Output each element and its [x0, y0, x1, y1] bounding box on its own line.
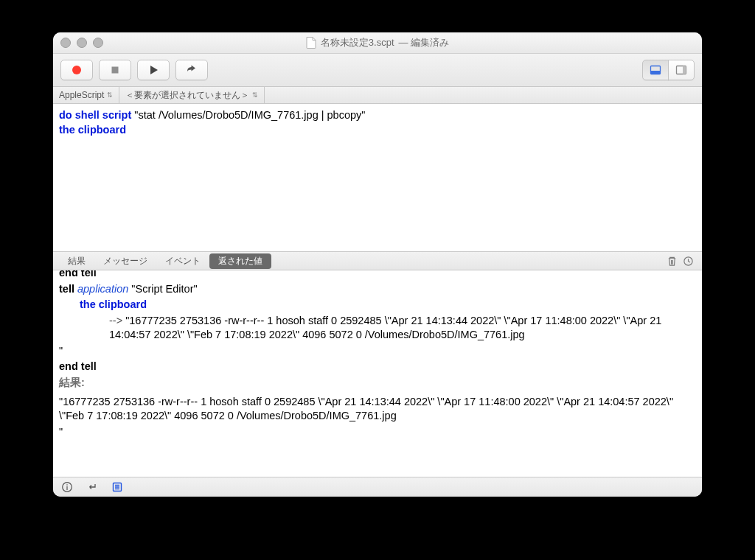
- show-bundle-button[interactable]: [668, 60, 695, 80]
- stop-button[interactable]: [99, 60, 131, 80]
- svg-rect-1: [112, 67, 119, 74]
- result-output: "16777235 2753136 -rw-r--r-- 1 hosoh sta…: [59, 395, 696, 424]
- result-label: 結果:: [59, 376, 696, 391]
- svg-rect-4: [651, 71, 661, 74]
- zoom-window-button[interactable]: [93, 38, 103, 48]
- log-line: end tell: [59, 360, 696, 374]
- reply-arrow: -->: [109, 315, 125, 326]
- log-line: --> "16777235 2753136 -rw-r--r-- 1 hosoh…: [59, 314, 696, 343]
- log-history-button[interactable]: [680, 256, 696, 267]
- result-output-close: ": [59, 425, 696, 440]
- svg-marker-2: [150, 66, 158, 74]
- script-editor-window: 名称未設定3.scpt — 編集済み AppleScrip: [53, 32, 702, 497]
- window-controls: [60, 38, 103, 48]
- log-line: end tell: [59, 270, 696, 281]
- clear-log-button[interactable]: [664, 256, 680, 267]
- window-title: 名称未設定3.scpt — 編集済み: [53, 36, 702, 49]
- navigation-bar: AppleScript ⇅ ＜要素が選択されていません＞ ⇅: [53, 87, 702, 104]
- code-line: do shell script "stat /Volumes/Drobo5D/I…: [59, 108, 696, 123]
- description-button[interactable]: [60, 480, 74, 494]
- element-path-picker[interactable]: ＜要素が選択されていません＞ ⇅: [119, 87, 265, 103]
- tab-messages[interactable]: メッセージ: [94, 253, 156, 269]
- keyword: tell: [59, 283, 74, 295]
- run-button[interactable]: [137, 60, 170, 80]
- code-line: the clipboard: [59, 123, 696, 138]
- record-button[interactable]: [60, 60, 93, 80]
- tab-replies[interactable]: 返された値: [209, 253, 271, 269]
- statusbar: [53, 477, 702, 497]
- string-literal: "Script Editor": [128, 283, 197, 295]
- svg-point-0: [72, 66, 81, 74]
- keyword: end tell: [59, 360, 97, 372]
- keyword: do shell script: [59, 109, 131, 121]
- document-icon: [306, 37, 316, 49]
- accessory-button[interactable]: [111, 480, 124, 494]
- chevron-updown-icon: ⇅: [252, 92, 258, 99]
- document-status: — 編集済み: [399, 36, 450, 49]
- titlebar: 名称未設定3.scpt — 編集済み: [53, 32, 702, 54]
- show-log-button[interactable]: [642, 60, 669, 80]
- log-pane[interactable]: end tell tell application "Script Editor…: [53, 270, 702, 477]
- log-output: "16777235 2753136 -rw-r--r-- 1 hosoh sta…: [109, 315, 661, 341]
- application-italic: application: [77, 283, 128, 295]
- compile-button[interactable]: [175, 60, 208, 80]
- chevron-updown-icon: ⇅: [107, 92, 113, 99]
- close-window-button[interactable]: [60, 38, 71, 48]
- language-picker[interactable]: AppleScript ⇅: [53, 87, 119, 103]
- string-literal: "stat /Volumes/Drobo5D/IMG_7761.jpg | pb…: [131, 109, 365, 121]
- return-icon[interactable]: [86, 480, 99, 494]
- keyword: the clipboard: [80, 298, 147, 310]
- document-filename: 名称未設定3.scpt: [321, 36, 394, 49]
- results-tabbar: 結果 メッセージ イベント 返された値: [53, 252, 702, 270]
- minimize-window-button[interactable]: [77, 38, 87, 48]
- log-line: tell application "Script Editor": [59, 282, 696, 297]
- script-editor-pane[interactable]: do shell script "stat /Volumes/Drobo5D/I…: [53, 104, 702, 252]
- log-line: ": [59, 344, 696, 359]
- element-path-label: ＜要素が選択されていません＞: [125, 89, 249, 102]
- log-line: the clipboard: [59, 298, 696, 312]
- toolbar: [53, 54, 702, 87]
- svg-point-9: [66, 484, 68, 486]
- tab-events[interactable]: イベント: [156, 253, 209, 269]
- svg-rect-6: [683, 66, 686, 74]
- tab-result[interactable]: 結果: [59, 253, 94, 269]
- keyword: the clipboard: [59, 124, 126, 136]
- view-mode-segment: [642, 60, 695, 80]
- language-label: AppleScript: [59, 90, 104, 100]
